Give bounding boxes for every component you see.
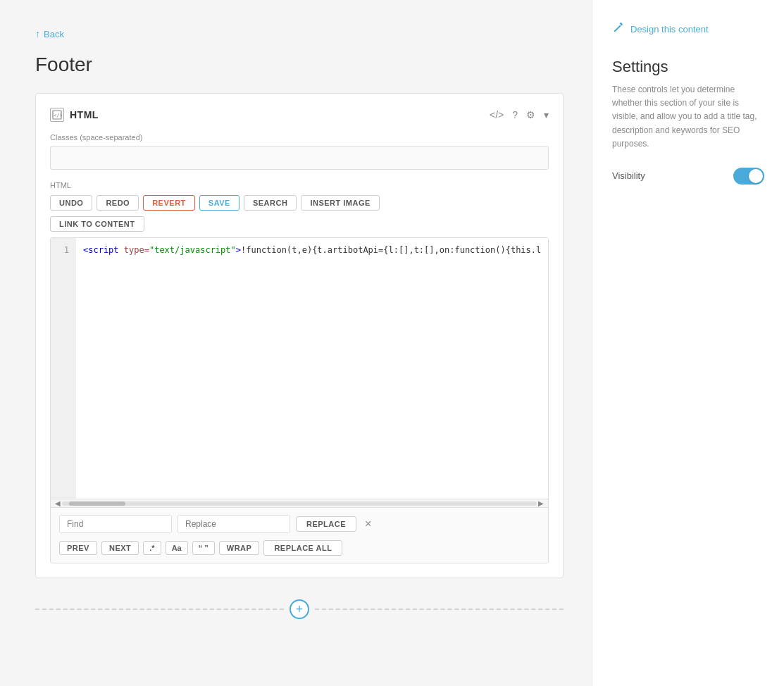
dashed-line-left (35, 609, 284, 610)
html-toolbar: UNDO REDO REVERT SAVE SEARCH INSERT IMAG… (50, 195, 549, 211)
paint-icon (612, 21, 625, 37)
search-button[interactable]: SEARCH (244, 195, 297, 211)
add-section-button[interactable]: + (290, 599, 309, 619)
line-numbers: 1 (51, 238, 76, 499)
case-option-button[interactable]: Aa (166, 541, 188, 555)
code-editor[interactable]: 1 <script type="text/javascript">!functi… (50, 237, 549, 563)
code-area: 1 <script type="text/javascript">!functi… (51, 238, 548, 499)
regex-option-button[interactable]: .* (143, 541, 161, 555)
html-section-label: HTML (50, 181, 549, 189)
html-block-icon: </> (50, 108, 64, 122)
visibility-toggle[interactable] (733, 168, 764, 185)
settings-title: Settings (612, 58, 764, 76)
link-to-content-button[interactable]: LINK TO CONTENT (50, 216, 144, 232)
editor-title: HTML (70, 109, 99, 120)
line-number-1: 1 (58, 244, 69, 256)
sidebar: Design this content Settings These contr… (592, 0, 784, 686)
scroll-right-arrow[interactable]: ▶ (537, 499, 545, 507)
dashed-line-right (315, 609, 564, 610)
editor-actions: </> ? ⚙ ▾ (490, 109, 549, 120)
prev-button[interactable]: PREV (59, 541, 97, 555)
find-input[interactable] (59, 515, 172, 533)
replace-input[interactable] (178, 515, 290, 533)
back-link[interactable]: ↑ Back (35, 28, 64, 39)
find-replace-options: PREV NEXT .* Aa “ ” WRAP REPLACE ALL (51, 540, 548, 563)
add-section-row: + (35, 599, 564, 619)
next-button[interactable]: NEXT (101, 541, 139, 555)
svg-text:</>: </> (54, 113, 62, 118)
gear-icon[interactable]: ⚙ (526, 109, 535, 120)
find-replace-bar: REPLACE × (51, 507, 548, 540)
editor-header: </> HTML </> ? ⚙ ▾ (50, 108, 549, 122)
visibility-label: Visibility (612, 170, 645, 181)
replace-button[interactable]: REPLACE (296, 516, 356, 532)
back-arrow-icon: ↑ (35, 28, 40, 39)
wrap-button[interactable]: WRAP (219, 541, 260, 555)
chevron-down-icon[interactable]: ▾ (544, 109, 549, 120)
undo-button[interactable]: UNDO (50, 195, 92, 211)
link-to-content-row: LINK TO CONTENT (50, 216, 549, 237)
editor-panel: </> HTML </> ? ⚙ ▾ Classes (space-separa… (35, 93, 564, 578)
settings-description: These controls let you determine whether… (612, 83, 764, 151)
code-line-1: <script type="text/javascript">!function… (83, 244, 541, 256)
horizontal-scrollbar[interactable]: ◀ ▶ (51, 499, 548, 507)
design-content-button[interactable]: Design this content (612, 21, 709, 37)
redo-button[interactable]: REDO (97, 195, 139, 211)
code-toggle-icon[interactable]: </> (490, 109, 504, 120)
scrollbar-thumb[interactable] (69, 501, 125, 506)
save-button[interactable]: SAVE (199, 195, 239, 211)
code-content[interactable]: <script type="text/javascript">!function… (76, 238, 548, 499)
scroll-left-arrow[interactable]: ◀ (54, 499, 62, 507)
revert-button[interactable]: REVERT (143, 195, 195, 211)
design-content-label: Design this content (630, 24, 709, 35)
page-title: Footer (35, 54, 564, 76)
close-find-button[interactable]: × (362, 518, 374, 530)
insert-image-button[interactable]: INSERT IMAGE (301, 195, 379, 211)
classes-label: Classes (space-separated) (50, 133, 549, 142)
scrollbar-track[interactable] (62, 501, 537, 506)
editor-title-group: </> HTML (50, 108, 99, 122)
replace-all-button[interactable]: REPLACE ALL (263, 540, 342, 556)
classes-input[interactable] (50, 146, 549, 170)
help-icon[interactable]: ? (512, 109, 518, 120)
toggle-knob (749, 169, 763, 183)
word-option-button[interactable]: “ ” (192, 541, 215, 555)
visibility-row: Visibility (612, 168, 764, 185)
back-label: Back (44, 29, 64, 39)
